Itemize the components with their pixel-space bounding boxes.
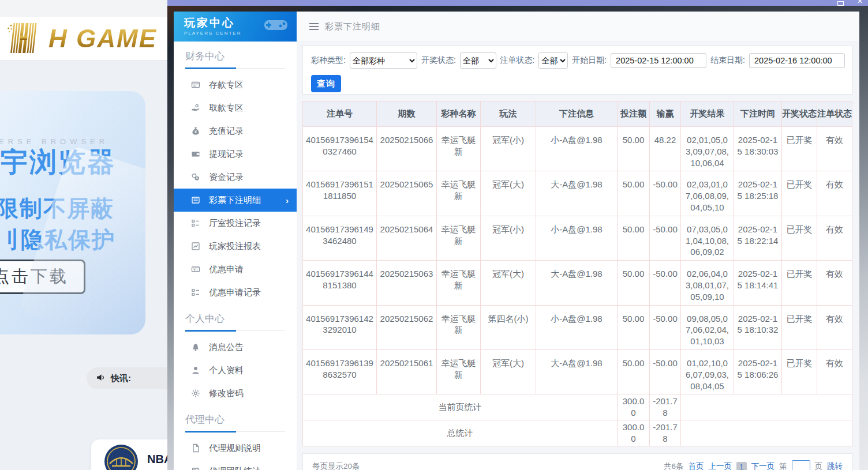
sidebar-header: 玩家中心 PLAYERS CENTER	[174, 12, 297, 42]
restore-window-icon[interactable]	[837, 1, 844, 6]
sidebar-item-promo-ticket[interactable]: ¥优惠申请	[174, 258, 297, 281]
table-cell: 401569173961540327460	[303, 127, 377, 171]
deposit-card-icon	[191, 80, 200, 89]
summary-bet-total: 300.00	[618, 394, 650, 420]
table-cell: 幸运飞艇新	[437, 216, 481, 260]
team-logo-icon	[104, 444, 139, 470]
funds-coins-icon: ¥	[191, 172, 200, 182]
table-cell: 20250215061	[377, 349, 437, 394]
table-cell: 401569173961511811850	[303, 171, 377, 216]
hh-logo-icon	[7, 21, 45, 57]
summary-bet-total: 300.00	[618, 420, 650, 446]
sidebar-item-team-news[interactable]: 代理团队统计	[174, 460, 297, 470]
order-status-select[interactable]: 全部	[538, 52, 568, 69]
table-cell: 第四名(小)	[481, 305, 536, 349]
table-cell: 已开奖	[782, 305, 817, 349]
table-cell: 02,01,05,03,09,07,08,10,06,04	[681, 127, 734, 171]
jump-button[interactable]: 跳转	[827, 461, 843, 470]
report-chart-icon	[191, 242, 200, 251]
column-header: 投注额	[618, 101, 650, 127]
sidebar-item-label: 彩票下注明细	[209, 195, 261, 206]
sidebar-item-label: 存款专区	[209, 80, 244, 91]
table-cell: 已开奖	[782, 261, 817, 305]
recharge-moneybag-icon: ¥	[191, 126, 200, 136]
sidebar-item-funds-coins[interactable]: ¥资金记录	[174, 166, 297, 189]
speaker-icon	[96, 373, 106, 385]
close-window-icon[interactable]: ✕	[857, 0, 863, 5]
table-row: 40156917396144815138020250215063幸运飞艇新冠军(…	[303, 261, 852, 305]
sidebar-item-label: 厅室投注记录	[209, 218, 261, 229]
sidebar-item-deposit-card[interactable]: 存款专区	[174, 73, 297, 96]
sidebar-item-hall-list[interactable]: 厅室投注记录	[174, 212, 297, 235]
summary-winloss-total: -201.78	[650, 420, 681, 446]
jump-page-input[interactable]	[792, 460, 810, 470]
table-cell: 02,03,01,07,06,08,09,04,05,10	[681, 171, 734, 216]
sidebar-item-report-chart[interactable]: 玩家投注报表	[174, 235, 297, 258]
site-logo[interactable]: H GAME	[7, 21, 157, 57]
promo-list-icon	[191, 288, 200, 297]
sidebar-item-withdraw-wallet[interactable]: 提现记录	[174, 142, 297, 166]
next-page-link[interactable]: 下一页	[751, 461, 775, 470]
notice-bell-icon	[191, 343, 200, 352]
column-header: 下注时间	[734, 101, 782, 127]
summary-row: 当前页统计300.00-201.78	[303, 394, 852, 420]
lottery-type-label: 彩种类型:	[311, 55, 346, 66]
sidebar-item-label: 资金记录	[209, 172, 244, 183]
sidebar-item-password-gear[interactable]: 修改密码	[174, 382, 297, 405]
table-cell: 冠军(小)	[481, 127, 536, 171]
pagination-bar: 每页显示20条 共6条 首页 上一页 1 下一页 第 页 跳转	[302, 453, 852, 470]
hamburger-icon[interactable]	[309, 23, 319, 30]
sidebar-item-promo-list[interactable]: 优惠申请记录	[174, 281, 297, 304]
table-cell: 大-A盘@1.98	[536, 261, 618, 305]
sidebar-item-recharge-moneybag[interactable]: ¥充值记录	[174, 119, 297, 142]
table-cell: 大-A盘@1.98	[536, 171, 618, 216]
sidebar-item-label: 代理团队统计	[209, 466, 261, 470]
table-row: 40156917396149346248020250215064幸运飞艇新冠军(…	[303, 216, 852, 260]
news-ticker-label: 快讯:	[111, 373, 131, 384]
table-cell: 20250215064	[377, 216, 437, 260]
svg-text:¥: ¥	[193, 268, 196, 272]
sidebar-item-notice-bell[interactable]: 消息公告	[174, 336, 297, 359]
sidebar-item-withdraw-hand[interactable]: 取款专区	[174, 96, 297, 119]
site-logo-text: H GAME	[48, 24, 157, 53]
current-page-indicator[interactable]: 1	[736, 462, 747, 470]
draw-status-label: 开奖状态:	[421, 55, 456, 66]
summary-winloss-total: -201.78	[650, 394, 681, 420]
table-cell: 401569173961448151380	[303, 261, 377, 305]
table-cell: 2025-02-15 18:25:18	[734, 171, 782, 216]
table-cell: 2025-02-15 18:06:26	[734, 349, 782, 394]
table-cell: -50.00	[650, 305, 681, 349]
search-button[interactable]: 查询	[311, 75, 341, 92]
players-center-popup: 玩家中心 PLAYERS CENTER 财务中心存款专区取款专区¥充值记录提现记…	[167, 6, 868, 470]
draw-status-select[interactable]: 全部	[460, 52, 496, 69]
table-cell: 07,03,05,01,04,10,08,06,09,02	[681, 216, 734, 260]
sidebar-item-rules-file[interactable]: 代理规则说明	[174, 437, 297, 460]
table-cell: 50.00	[618, 305, 650, 349]
browser-ad-banner[interactable]: ERSE BROWSER 宇浏览器 限制不屏蔽 刂隐私保护 点击下载	[0, 91, 145, 334]
sidebar-item-lottery-doc[interactable]: 彩票下注明细›	[174, 189, 297, 212]
lottery-type-select[interactable]: 全部彩种	[350, 52, 417, 69]
end-date-label: 结束日期:	[710, 55, 745, 66]
table-cell: 401569173961423292010	[303, 305, 377, 349]
table-cell: 50.00	[618, 261, 650, 305]
column-header: 注单号	[303, 101, 377, 127]
column-header: 开奖状态	[782, 101, 817, 127]
download-button[interactable]: 点击下载	[0, 260, 85, 294]
table-cell: 2025-02-15 18:22:14	[734, 216, 782, 260]
table-cell: 小-A盘@1.98	[536, 127, 618, 171]
sidebar-item-label: 个人资料	[209, 365, 244, 376]
bets-table: 注单号期数彩种名称玩法下注信息投注额输赢开奖结果下注时间开奖状态注单状态 401…	[302, 101, 852, 446]
table-row: 40156917396142329201020250215062幸运飞艇新第四名…	[303, 305, 852, 349]
svg-text:¥: ¥	[196, 176, 198, 180]
table-cell: 已开奖	[782, 127, 817, 171]
table-cell: 冠军(小)	[481, 216, 536, 260]
page-size-text: 每页显示20条	[312, 461, 360, 470]
end-date-input[interactable]	[749, 53, 845, 68]
sidebar-item-profile-person[interactable]: 个人资料	[174, 359, 297, 382]
column-header: 玩法	[481, 101, 536, 127]
table-cell: 幸运飞艇新	[437, 349, 481, 394]
start-date-input[interactable]	[611, 53, 706, 68]
sidebar-section-title: 代理中心	[174, 405, 297, 426]
prev-page-link[interactable]: 上一页	[708, 461, 732, 470]
first-page-link[interactable]: 首页	[688, 461, 704, 470]
